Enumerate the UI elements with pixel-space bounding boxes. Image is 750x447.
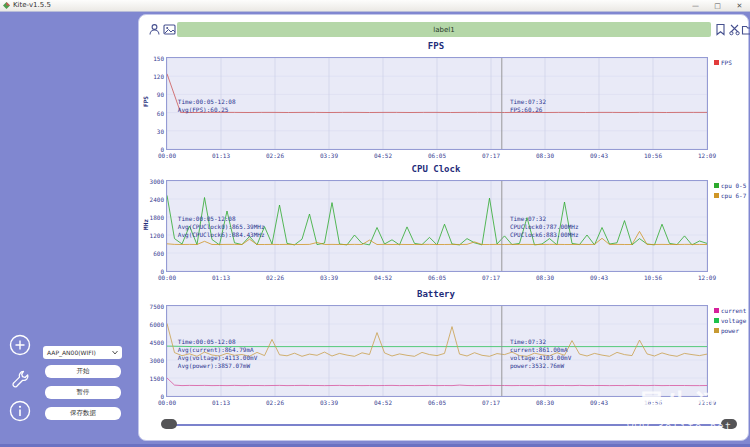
legend-swatch [714, 308, 719, 313]
x-tick-label: 04:52 [374, 152, 392, 159]
main-panel: label1 FPS FPS 030609012015000:0001:1302… [138, 14, 749, 441]
device-select[interactable]: AAP_AN00(WIFI) [43, 346, 122, 359]
x-tick-label: 12:09 [698, 399, 716, 406]
y-tick-label: 1800 [150, 214, 164, 221]
legend-item-cpu-0-5: cpu 0-5 [714, 182, 748, 189]
cpu-plot-area[interactable]: 0600120018002400300000:0001:1302:2603:39… [166, 180, 708, 272]
legend-label: voltage [721, 317, 746, 324]
time-range-slider-handle-right[interactable] [721, 419, 737, 429]
y-tick-label: 60 [157, 110, 164, 117]
cpu-legend: cpu 0-5cpu 6-7 [714, 182, 748, 202]
x-tick-label: 08:30 [536, 274, 554, 281]
x-tick-label: 06:05 [428, 274, 446, 281]
legend-label: cpu 0-5 [721, 182, 746, 189]
x-tick-label: 01:13 [212, 152, 230, 159]
cpu-chart-title: CPU Clock [166, 164, 706, 174]
x-tick-label: 10:56 [644, 152, 662, 159]
chart-annotation: Time:00:05-12:08 Avg(CPUClock0):865.39MH… [178, 215, 265, 238]
x-tick-label: 08:30 [536, 152, 554, 159]
add-icon[interactable] [9, 334, 31, 356]
bookmark-save-icon[interactable] [714, 23, 727, 36]
x-tick-label: 02:26 [266, 274, 284, 281]
x-tick-label: 07:17 [482, 274, 500, 281]
chart-annotation: Time:07:32 current:861.00mA voltage:4103… [510, 338, 571, 369]
legend-label: current [721, 307, 746, 314]
screenshot-icon[interactable] [163, 23, 176, 36]
chart-annotation: Time:07:32 CPUClock0:787.00MHz CPUClock6… [510, 215, 579, 238]
pause-button[interactable]: 暂停 [45, 386, 121, 399]
legend-item-FPS: FPS [714, 59, 748, 66]
chart-annotation: Time:00:05-12:08 Avg(FPS):60.25 [178, 98, 236, 114]
x-tick-label: 08:30 [536, 399, 554, 406]
legend-swatch [714, 60, 719, 65]
y-tick-label: 2400 [150, 196, 164, 203]
info-icon[interactable] [9, 400, 31, 422]
fps-legend: FPS [714, 59, 748, 69]
wrench-icon[interactable] [9, 368, 31, 390]
fps-ylabel: FPS [142, 82, 149, 122]
x-tick-label: 12:09 [698, 152, 716, 159]
x-tick-label: 09:43 [590, 152, 608, 159]
y-tick-label: 6000 [150, 321, 164, 328]
x-tick-label: 02:26 [266, 152, 284, 159]
label-bar[interactable]: label1 [177, 22, 711, 37]
x-tick-label: 00:00 [158, 399, 176, 406]
fps-plot-area[interactable]: 030609012015000:0001:1302:2603:3904:5206… [166, 57, 708, 150]
x-tick-label: 06:05 [428, 399, 446, 406]
os-titlebar: Kite-v1.5.5 — □ ✕ [0, 0, 750, 12]
y-tick-label: 1200 [150, 232, 164, 239]
legend-item-current: current [714, 307, 748, 314]
legend-swatch [714, 183, 719, 188]
y-tick-label: 120 [153, 73, 164, 80]
y-tick-label: 4500 [150, 339, 164, 346]
legend-label: power [721, 327, 739, 334]
device-select-value: AAP_AN00(WIFI) [47, 349, 96, 356]
time-range-slider-track[interactable] [169, 424, 729, 426]
x-tick-label: 12:09 [698, 274, 716, 281]
y-tick-label: 7500 [150, 303, 164, 310]
legend-item-voltage: voltage [714, 317, 748, 324]
app-icon [3, 2, 10, 9]
x-tick-label: 04:52 [374, 274, 392, 281]
x-tick-label: 07:17 [482, 152, 500, 159]
legend-label: FPS [721, 59, 732, 66]
chart-annotation: Time:07:32 FPS:60.26 [510, 98, 546, 114]
battery-plot-area[interactable]: 01500300045006000750000:0001:1302:2603:3… [166, 305, 708, 397]
legend-item-cpu-6-7: cpu 6-7 [714, 192, 748, 199]
legend-item-power: power [714, 327, 748, 334]
x-tick-label: 01:13 [212, 274, 230, 281]
folder-export-icon[interactable] [741, 23, 750, 36]
start-button[interactable]: 开始 [45, 365, 121, 378]
time-range-slider-handle-left[interactable] [161, 419, 177, 429]
x-tick-label: 09:43 [590, 274, 608, 281]
y-tick-label: 150 [153, 55, 164, 62]
y-tick-label: 3000 [150, 357, 164, 364]
user-icon[interactable] [148, 23, 161, 36]
x-tick-label: 07:17 [482, 399, 500, 406]
x-tick-label: 04:52 [374, 399, 392, 406]
label-bar-text: label1 [433, 26, 454, 34]
x-tick-label: 01:13 [212, 399, 230, 406]
legend-swatch [714, 328, 719, 333]
x-tick-label: 03:39 [320, 274, 338, 281]
x-tick-label: 10:56 [644, 399, 662, 406]
chevron-down-icon [112, 350, 118, 355]
cpu-ylabel: MHz [142, 205, 149, 245]
x-tick-label: 03:39 [320, 152, 338, 159]
battery-chart-title: Battery [166, 289, 706, 299]
x-tick-label: 00:00 [158, 152, 176, 159]
chart-annotation: Time:00:05-12:08 Avg(current):864.79mA A… [178, 338, 257, 369]
scissors-icon[interactable] [728, 23, 741, 36]
y-tick-label: 600 [153, 250, 164, 257]
x-tick-label: 02:26 [266, 399, 284, 406]
y-tick-label: 1500 [150, 375, 164, 382]
y-tick-label: 90 [157, 91, 164, 98]
y-tick-label: 30 [157, 128, 164, 135]
maximize-button[interactable]: □ [711, 2, 724, 10]
legend-swatch [714, 193, 719, 198]
save-data-button[interactable]: 保存数据 [45, 407, 121, 420]
minimize-button[interactable]: — [689, 2, 702, 10]
battery-legend: currentvoltagepower [714, 307, 748, 337]
close-button[interactable]: ✕ [733, 2, 746, 10]
y-tick-label: 3000 [150, 178, 164, 185]
